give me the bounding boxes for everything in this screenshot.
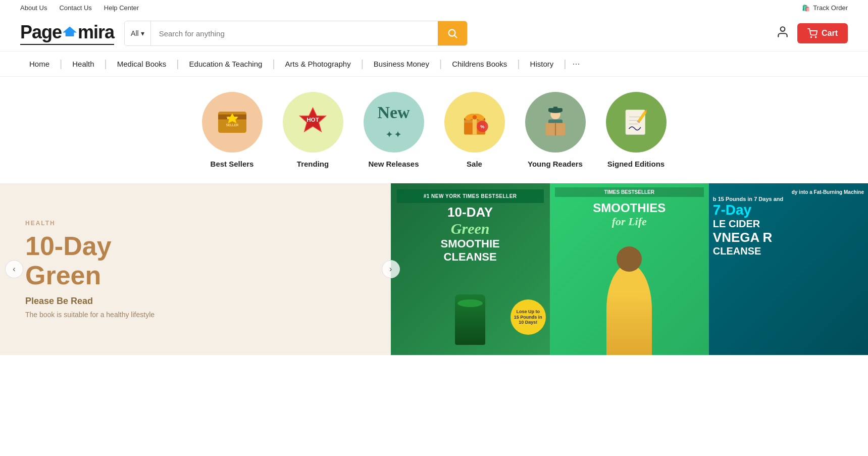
- new-releases-label: New Releases: [368, 160, 419, 168]
- cart-button[interactable]: Cart: [797, 23, 848, 43]
- category-new-releases[interactable]: New✦ ✦ New Releases: [364, 92, 424, 168]
- nav-sep-6: |: [438, 58, 443, 70]
- hero-prev-button[interactable]: ‹: [5, 260, 23, 278]
- book1-content: 10-DAY Green SMOOTHIE CLEANSE: [396, 205, 545, 264]
- book3-line1: b 15 Pounds in 7 Days and: [713, 196, 864, 202]
- book3-sub3: CLEANSE: [713, 245, 864, 257]
- book-cover-1[interactable]: #1 NEW YORK TIMES BESTSELLER 10-DAY Gree…: [391, 183, 550, 355]
- nav-sep-1: |: [59, 58, 63, 70]
- svg-text:HOT: HOT: [307, 116, 320, 123]
- nav-sep-7: |: [516, 58, 521, 70]
- category-sale[interactable]: % Sale: [444, 92, 505, 168]
- svg-rect-28: [626, 110, 645, 135]
- category-trending[interactable]: HOT Trending: [283, 92, 343, 168]
- hero-book-covers: #1 NEW YORK TIMES BESTSELLER 10-DAY Gree…: [391, 183, 868, 355]
- hero-title-line1: 10-Day: [25, 231, 112, 261]
- book1-subtitle: SMOOTHIE: [396, 237, 545, 250]
- track-order-label: Track Order: [813, 4, 848, 12]
- user-icon: [776, 25, 789, 38]
- track-order-link[interactable]: 🛍️ Track Order: [802, 4, 848, 12]
- category-best-sellers[interactable]: BEST SELLER Best Sellers: [202, 92, 263, 168]
- main-nav: Home | Health | Medical Books | Educatio…: [0, 51, 868, 77]
- book3-content: b 15 Pounds in 7 Days and 7-Day LE CIDER…: [713, 196, 864, 257]
- svg-rect-27: [553, 107, 557, 109]
- trending-circle: HOT: [283, 92, 343, 153]
- book1-subtitle2: CLEANSE: [396, 250, 545, 264]
- hero-category-label: HEALTH: [25, 220, 366, 227]
- cart-label: Cart: [822, 29, 838, 38]
- svg-point-18: [472, 115, 476, 119]
- bag-icon: 🛍️: [802, 4, 810, 12]
- category-young-readers[interactable]: Young Readers: [525, 92, 586, 168]
- signed-editions-icon: [619, 105, 654, 140]
- hero-subtitle: Please Be Read: [25, 296, 366, 307]
- best-sellers-circle: BEST SELLER: [202, 92, 263, 153]
- book-cover-3[interactable]: dy into a Fat-Burning Machine b 15 Pound…: [709, 183, 868, 355]
- logo-mira: mira: [78, 22, 114, 42]
- nav-education[interactable]: Education & Teaching: [180, 53, 272, 75]
- book3-title: 7-Day: [713, 202, 864, 218]
- nav-medical[interactable]: Medical Books: [108, 53, 176, 75]
- search-category-dropdown[interactable]: All ▾: [125, 21, 151, 45]
- hero-title: 10-Day Green: [25, 232, 366, 289]
- category-signed-editions[interactable]: Signed Editions: [606, 92, 667, 168]
- top-bar: About Us Contact Us Help Center 🛍️ Track…: [0, 0, 868, 16]
- lose-badge: Lose Up to15 Pounds in10 Days!: [510, 299, 546, 335]
- young-readers-circle: [525, 92, 586, 153]
- hero-title-line2: Green: [25, 261, 101, 290]
- nav-sep-8: |: [563, 58, 567, 70]
- nav-health[interactable]: Health: [63, 53, 103, 75]
- nav-sep-2: |: [104, 58, 108, 70]
- header-icons: Cart: [776, 23, 848, 43]
- search-button[interactable]: [438, 21, 467, 45]
- search-category-label: All: [131, 29, 139, 37]
- logo-underline: [20, 44, 114, 45]
- categories-section: BEST SELLER Best Sellers HOT Trending Ne…: [0, 77, 868, 178]
- about-link[interactable]: About Us: [20, 4, 47, 12]
- nav-history[interactable]: History: [521, 53, 563, 75]
- sale-label: Sale: [467, 160, 482, 168]
- nav-sep-3: |: [175, 58, 180, 70]
- sale-circle: %: [444, 92, 505, 153]
- search-input[interactable]: [151, 21, 438, 45]
- best-sellers-icon: BEST SELLER: [215, 105, 250, 140]
- svg-rect-14: [472, 117, 476, 135]
- logo-text: Pagemira: [20, 22, 114, 43]
- logo[interactable]: Pagemira: [20, 22, 114, 45]
- best-sellers-label: Best Sellers: [211, 160, 254, 168]
- nav-business[interactable]: Business Money: [365, 53, 438, 75]
- young-readers-icon: [538, 105, 573, 140]
- cart-icon: [807, 28, 818, 38]
- nav-home[interactable]: Home: [20, 53, 59, 75]
- new-releases-circle: New✦ ✦: [364, 92, 424, 153]
- hero-left-panel: ‹ HEALTH 10-Day Green Please Be Read The…: [0, 183, 391, 355]
- book1-title-line: 10-DAY: [396, 205, 545, 220]
- book1-script: Green: [396, 220, 545, 237]
- contact-link[interactable]: Contact Us: [59, 4, 91, 12]
- nav-childrens[interactable]: Childrens Books: [443, 53, 516, 75]
- logo-page: Page: [20, 22, 62, 42]
- nav-sep-4: |: [271, 58, 276, 70]
- nav-arts[interactable]: Arts & Photography: [276, 53, 360, 75]
- chevron-down-icon: ▾: [141, 29, 144, 37]
- signed-editions-label: Signed Editions: [607, 160, 665, 168]
- top-bar-links: About Us Contact Us Help Center: [20, 4, 139, 12]
- help-link[interactable]: Help Center: [104, 4, 139, 12]
- user-account-button[interactable]: [776, 25, 789, 41]
- hero-description: The book is suitable for a healthy lifes…: [25, 311, 366, 319]
- book3-sub1: LE CIDER: [713, 218, 864, 230]
- svg-line-1: [454, 35, 456, 37]
- book-cover-2[interactable]: TIMES BESTSELLER SMOOTHIES for Life: [550, 183, 709, 355]
- young-readers-label: Young Readers: [528, 160, 583, 168]
- new-releases-icon: New✦ ✦: [377, 103, 410, 141]
- nav-more-button[interactable]: ···: [567, 52, 585, 76]
- book2-badge: TIMES BESTSELLER: [555, 187, 704, 197]
- book2-title: SMOOTHIES: [555, 201, 704, 215]
- hero-next-button[interactable]: ›: [382, 260, 400, 278]
- book2-content: SMOOTHIES for Life: [555, 201, 704, 228]
- book3-sub2: VNEGA R: [713, 230, 864, 245]
- svg-text:%: %: [480, 124, 484, 129]
- trending-label: Trending: [297, 160, 329, 168]
- logo-hat-icon: [63, 26, 77, 36]
- svg-point-3: [811, 37, 812, 38]
